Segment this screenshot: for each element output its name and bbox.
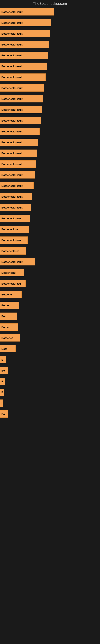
bar-row-32: Bott xyxy=(0,344,100,354)
bar-label-14: Bottleneck result xyxy=(1,152,22,155)
bar-row-20: Bottleneck resu xyxy=(0,213,100,224)
bar-label-32: Bott xyxy=(1,347,7,350)
bottleneck-bar-21[interactable]: Bottleneck re xyxy=(0,226,29,233)
bar-row-18: Bottleneck result xyxy=(0,192,100,202)
bar-row-30: Bottle xyxy=(0,322,100,332)
bar-row-33: B xyxy=(0,354,100,365)
bottleneck-bar-8[interactable]: Bottleneck result xyxy=(0,84,44,92)
bottleneck-bar-31[interactable]: Bottlenec xyxy=(0,334,20,342)
bottleneck-bar-37[interactable]: | xyxy=(0,400,3,407)
bar-row-2: Bottleneck result xyxy=(0,18,100,28)
bottleneck-bar-2[interactable]: Bottleneck result xyxy=(0,19,51,26)
bottleneck-bar-17[interactable]: Bottleneck result xyxy=(0,182,34,190)
bar-label-1: Bottleneck result xyxy=(1,10,22,14)
bar-row-24: Bottleneck result xyxy=(0,256,100,267)
bottleneck-bar-7[interactable]: Bottleneck result xyxy=(0,74,46,81)
bar-label-28: Bottle xyxy=(1,304,9,307)
bar-row-36: B xyxy=(0,387,100,398)
site-title: TheBottlenecker.com xyxy=(0,0,100,7)
bottleneck-bar-33[interactable]: B xyxy=(0,356,6,363)
bar-label-20: Bottleneck resu xyxy=(1,217,21,220)
bar-row-34: Bo xyxy=(0,365,100,376)
bottleneck-bar-29[interactable]: Bott xyxy=(0,312,17,320)
bar-label-9: Bottleneck result xyxy=(1,98,22,100)
bar-row-4: Bottleneck result xyxy=(0,39,100,50)
bottleneck-bar-23[interactable]: Bottleneck res xyxy=(0,247,26,254)
bar-label-24: Bottleneck result xyxy=(1,260,22,264)
bar-row-27: Bottlene xyxy=(0,289,100,300)
bar-row-6: Bottleneck result xyxy=(0,61,100,72)
bar-row-37: | xyxy=(0,398,100,408)
bar-row-14: Bottleneck result xyxy=(0,148,100,158)
bar-row-25: Bottleneck r xyxy=(0,268,100,278)
bottleneck-bar-20[interactable]: Bottleneck resu xyxy=(0,215,30,222)
bottleneck-bar-26[interactable]: Bottleneck resu xyxy=(0,280,26,287)
bottleneck-bar-10[interactable]: Bottleneck result xyxy=(0,106,42,113)
bar-label-19: Bottleneck result xyxy=(1,206,22,209)
bottleneck-bar-36[interactable]: B xyxy=(0,388,4,396)
bar-label-38: Bo xyxy=(1,412,5,416)
bar-label-7: Bottleneck result xyxy=(1,76,22,79)
bottleneck-bar-4[interactable]: Bottleneck result xyxy=(0,41,49,48)
bar-label-12: Bottleneck result xyxy=(1,130,22,133)
bar-row-9: Bottleneck result xyxy=(0,94,100,104)
bar-label-35: B xyxy=(1,380,3,383)
bottleneck-bar-32[interactable]: Bott xyxy=(0,345,16,352)
bar-label-27: Bottlene xyxy=(1,293,12,296)
bottleneck-bar-30[interactable]: Bottle xyxy=(0,324,18,331)
bottleneck-bar-28[interactable]: Bottle xyxy=(0,302,19,309)
bottleneck-bar-15[interactable]: Bottleneck result xyxy=(0,160,36,168)
bar-label-31: Bottlenec xyxy=(1,336,13,340)
bottleneck-bar-18[interactable]: Bottleneck result xyxy=(0,193,32,200)
bottleneck-bar-24[interactable]: Bottleneck result xyxy=(0,258,35,266)
bar-label-6: Bottleneck result xyxy=(1,65,22,68)
bar-row-12: Bottleneck result xyxy=(0,126,100,137)
bar-label-18: Bottleneck result xyxy=(1,195,22,198)
bar-label-10: Bottleneck result xyxy=(1,108,22,111)
bar-row-16: Bottleneck result xyxy=(0,170,100,180)
bottleneck-bar-16[interactable]: Bottleneck result xyxy=(0,171,35,178)
bottleneck-bar-1[interactable]: Bottleneck result xyxy=(0,8,54,16)
bar-label-2: Bottleneck result xyxy=(1,21,22,24)
bar-row-28: Bottle xyxy=(0,300,100,310)
bottleneck-bar-3[interactable]: Bottleneck result xyxy=(0,30,50,37)
bar-label-3: Bottleneck result xyxy=(1,32,22,35)
bar-row-22: Bottleneck resu xyxy=(0,235,100,245)
bottleneck-bar-38[interactable]: Bo xyxy=(0,410,8,418)
bar-label-33: B xyxy=(1,358,3,361)
bar-label-22: Bottleneck resu xyxy=(1,239,21,242)
bar-row-15: Bottleneck result xyxy=(0,159,100,169)
bar-label-13: Bottleneck result xyxy=(1,141,22,144)
bar-row-5: Bottleneck result xyxy=(0,50,100,60)
bottleneck-bar-22[interactable]: Bottleneck resu xyxy=(0,236,28,244)
bottleneck-bar-35[interactable]: B xyxy=(0,378,5,385)
bottleneck-bar-11[interactable]: Bottleneck result xyxy=(0,117,41,124)
bar-label-4: Bottleneck result xyxy=(1,43,22,46)
bar-row-19: Bottleneck result xyxy=(0,202,100,213)
bar-row-13: Bottleneck result xyxy=(0,137,100,148)
bar-row-1: Bottleneck result xyxy=(0,7,100,17)
bottleneck-bar-13[interactable]: Bottleneck result xyxy=(0,139,38,146)
bar-label-37: | xyxy=(1,402,2,405)
bar-row-31: Bottlenec xyxy=(0,333,100,343)
bar-row-11: Bottleneck result xyxy=(0,115,100,126)
bottleneck-bar-19[interactable]: Bottleneck result xyxy=(0,204,31,211)
bar-label-34: Bo xyxy=(1,369,5,372)
bar-label-8: Bottleneck result xyxy=(1,86,22,90)
bottleneck-bar-12[interactable]: Bottleneck result xyxy=(0,128,40,135)
bottleneck-bar-34[interactable]: Bo xyxy=(0,367,8,374)
bottleneck-bar-25[interactable]: Bottleneck r xyxy=(0,269,24,276)
bar-row-7: Bottleneck result xyxy=(0,72,100,82)
bottleneck-bar-27[interactable]: Bottlene xyxy=(0,291,22,298)
bar-label-11: Bottleneck result xyxy=(1,119,22,122)
bar-label-30: Bottle xyxy=(1,326,9,329)
bar-row-26: Bottleneck resu xyxy=(0,278,100,289)
bar-label-21: Bottleneck re xyxy=(1,228,18,231)
bar-row-3: Bottleneck result xyxy=(0,28,100,39)
bottleneck-bar-14[interactable]: Bottleneck result xyxy=(0,150,37,157)
bottleneck-bar-6[interactable]: Bottleneck result xyxy=(0,62,47,70)
bar-label-23: Bottleneck res xyxy=(1,250,19,252)
bar-label-16: Bottleneck result xyxy=(1,174,22,176)
bottleneck-bar-5[interactable]: Bottleneck result xyxy=(0,52,48,59)
bottleneck-bar-9[interactable]: Bottleneck result xyxy=(0,95,43,102)
